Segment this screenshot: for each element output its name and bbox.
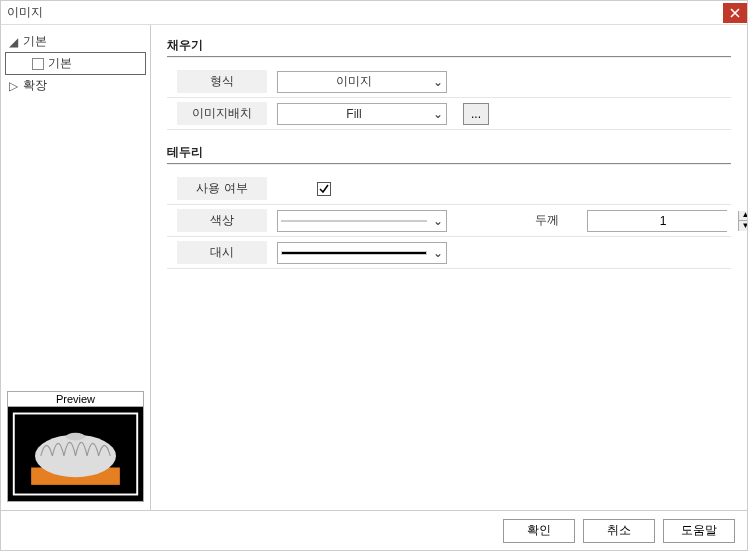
divider xyxy=(167,56,731,58)
format-value: 이미지 xyxy=(278,73,430,90)
color-combo[interactable]: ⌄ xyxy=(277,210,447,232)
close-button[interactable] xyxy=(723,3,747,23)
placement-value: Fill xyxy=(278,107,430,121)
section-border-title: 테두리 xyxy=(167,140,731,163)
dialog-body: ◢ 기본 기본 ▷ 확장 Preview xyxy=(1,25,747,510)
section-fill-title: 채우기 xyxy=(167,33,731,56)
preview-label: Preview xyxy=(7,391,144,406)
tree-item-label: 기본 xyxy=(23,33,47,50)
preview-thumbnail-icon xyxy=(8,407,143,501)
color-label: 색상 xyxy=(177,209,267,232)
browse-button[interactable]: ... xyxy=(463,103,489,125)
spin-up-button[interactable]: ▲ xyxy=(738,211,747,221)
footer: 확인 취소 도움말 xyxy=(1,510,747,550)
chevron-down-icon: ⌄ xyxy=(430,107,446,121)
tree-checkbox[interactable] xyxy=(32,58,44,70)
spinner-buttons: ▲ ▼ xyxy=(738,211,747,231)
thickness-label: 두께 xyxy=(517,209,577,232)
enabled-checkbox[interactable] xyxy=(317,182,331,196)
chevron-down-icon: ⌄ xyxy=(430,214,446,228)
check-icon xyxy=(319,184,329,194)
help-button[interactable]: 도움말 xyxy=(663,519,735,543)
dialog-window: 이미지 ◢ 기본 기본 ▷ 확장 xyxy=(0,0,748,551)
main-panel: 채우기 형식 이미지 ⌄ 이미지배치 Fill ⌄ ... 테두리 xyxy=(151,25,747,510)
divider xyxy=(167,163,731,165)
svg-point-4 xyxy=(66,433,85,441)
field-enabled: 사용 여부 xyxy=(167,173,731,205)
preview-panel: Preview xyxy=(7,391,144,502)
dialog-title: 이미지 xyxy=(7,4,43,21)
close-icon xyxy=(730,8,740,18)
field-placement: 이미지배치 Fill ⌄ ... xyxy=(167,98,731,130)
tree-item-basic[interactable]: 기본 xyxy=(5,52,146,75)
spin-down-button[interactable]: ▼ xyxy=(738,221,747,231)
preview-image xyxy=(7,406,144,502)
format-label: 형식 xyxy=(177,70,267,93)
tree-item-root[interactable]: ◢ 기본 xyxy=(5,31,146,52)
tree-item-label: 확장 xyxy=(23,77,47,94)
format-combo[interactable]: 이미지 ⌄ xyxy=(277,71,447,93)
sidebar: ◢ 기본 기본 ▷ 확장 Preview xyxy=(1,25,151,510)
chevron-down-icon: ⌄ xyxy=(430,246,446,260)
field-dash: 대시 ⌄ xyxy=(167,237,731,269)
field-format: 형식 이미지 ⌄ xyxy=(167,66,731,98)
cancel-button[interactable]: 취소 xyxy=(583,519,655,543)
thickness-input[interactable] xyxy=(588,211,738,231)
caret-down-icon: ◢ xyxy=(9,35,19,49)
enabled-label: 사용 여부 xyxy=(177,177,267,200)
field-color: 색상 ⌄ 두께 ▲ ▼ xyxy=(167,205,731,237)
dash-combo[interactable]: ⌄ xyxy=(277,242,447,264)
dash-swatch xyxy=(281,251,427,255)
thickness-spinner[interactable]: ▲ ▼ xyxy=(587,210,727,232)
chevron-down-icon: ⌄ xyxy=(430,75,446,89)
color-swatch xyxy=(281,220,427,222)
tree-item-label: 기본 xyxy=(48,55,72,72)
tree-item-expand[interactable]: ▷ 확장 xyxy=(5,75,146,96)
caret-right-icon: ▷ xyxy=(9,79,19,93)
ok-button[interactable]: 확인 xyxy=(503,519,575,543)
placement-label: 이미지배치 xyxy=(177,102,267,125)
placement-combo[interactable]: Fill ⌄ xyxy=(277,103,447,125)
tree: ◢ 기본 기본 ▷ 확장 xyxy=(1,29,150,387)
ellipsis-icon: ... xyxy=(471,107,481,121)
svg-point-3 xyxy=(35,435,116,477)
dash-label: 대시 xyxy=(177,241,267,264)
titlebar: 이미지 xyxy=(1,1,747,25)
